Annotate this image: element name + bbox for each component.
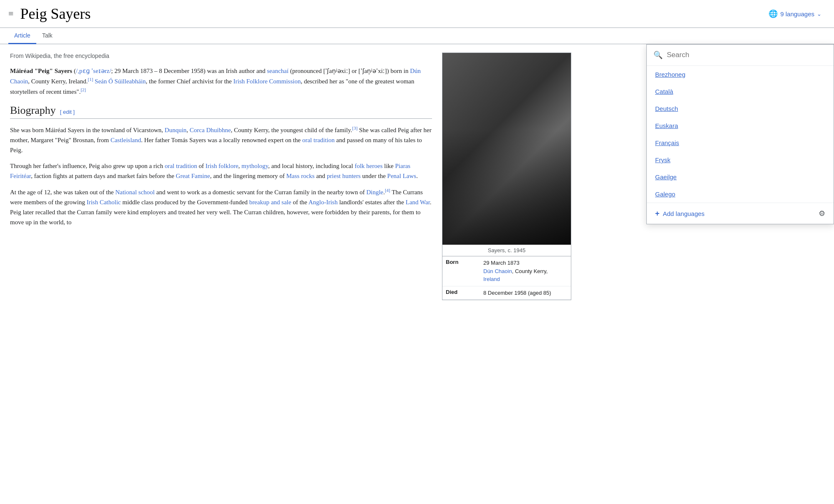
infobox-caption: Sayers, c. 1945 [442,245,571,256]
content-wrapper: From Wikipedia, the free encyclopedia Má… [0,44,834,300]
dingle-link[interactable]: Dingle [366,189,383,196]
add-languages-label: Add languages [663,210,705,217]
infobox: Sayers, c. 1945 Born 29 March 1873 Dún C… [442,53,571,300]
ref3-link[interactable]: [3] [352,125,357,130]
tab-talk[interactable]: Talk [36,28,58,44]
irish-catholic-link[interactable]: Irish Catholic [87,199,121,206]
anglo-irish-link[interactable]: Anglo-Irish [309,199,338,206]
lang-item-brezhoneg[interactable]: Brezhoneg [647,66,834,83]
infobox-died-row: Died 8 December 1958 (aged 85) [442,286,571,300]
corca-link[interactable]: Corca Dhuibhne [190,127,231,133]
irish-folklore-link[interactable]: Irish folklore [206,163,239,169]
language-list: Brezhoneg Català Deutsch Euskara Françai… [647,66,834,203]
biography-heading-text: Biography [10,104,56,117]
dun-chaoin-info-link[interactable]: Dún Chaoin [483,268,512,274]
lang-item-francais[interactable]: Français [647,134,834,151]
infobox-image [442,53,571,245]
ireland-info-link[interactable]: Ireland [483,276,500,282]
search-icon: 🔍 [653,50,663,60]
oral-tradition-link2[interactable]: oral tradition [165,163,197,169]
settings-icon[interactable]: ⚙ [819,209,825,218]
biography-paragraph-3: At the age of 12, she was taken out of t… [10,187,432,227]
mythology-link[interactable]: mythology [241,163,268,169]
language-button[interactable]: 🌐 9 languages ⌄ [764,7,826,21]
lang-item-catala[interactable]: Català [647,83,834,100]
dunquin-link[interactable]: Dunquin [165,127,187,133]
language-search-input[interactable] [667,51,827,59]
language-dropdown: 🔍 Brezhoneg Català Deutsch Euskara Franç… [646,44,834,224]
pronunciation-link[interactable]: /ˌpɛɡ ˈseɪərz/ [76,68,111,74]
folk-heroes-link[interactable]: folk heroes [354,163,382,169]
breakup-link[interactable]: breakup and sale [249,199,291,206]
lang-item-frysk[interactable]: Frysk [647,151,834,168]
national-school-link[interactable]: National school [115,189,155,196]
source-label: From Wikipedia, the free encyclopedia [10,53,432,59]
tabs: Article Talk [0,28,834,44]
ref1-link[interactable]: [1] [88,77,93,82]
hamburger-icon[interactable]: ≡ [8,8,13,19]
page-title: Peig Sayers [20,5,764,23]
land-war-link[interactable]: Land War [406,199,430,206]
search-box-wrapper: 🔍 [647,45,834,66]
mass-rocks-link[interactable]: Mass rocks [286,173,315,179]
add-languages-row: + Add languages ⚙ [647,203,834,224]
language-count-label: 9 languages [780,10,814,18]
header: ≡ Peig Sayers 🌐 9 languages ⌄ [0,0,834,28]
translate-icon: 🌐 [769,9,778,18]
lang-item-galego[interactable]: Galego [647,186,834,203]
infobox-died-value: 8 December 1958 (aged 85) [480,286,555,300]
infobox-born-label: Born [442,256,480,286]
article-content: From Wikipedia, the free encyclopedia Má… [0,44,442,300]
intro-paragraph: Máiréad "Peig" Sayers (/ˌpɛɡ ˈseɪərz/; 2… [10,66,432,97]
ifc-link[interactable]: Irish Folklore Commission [234,78,301,85]
lang-item-deutsch[interactable]: Deutsch [647,100,834,117]
infobox-born-row: Born 29 March 1873 Dún Chaoin, County Ke… [442,256,571,286]
biography-paragraph-2: Through her father's influence, Peig als… [10,161,432,181]
plus-icon: + [655,209,660,218]
ref2-link[interactable]: [2] [80,87,86,92]
oral-tradition-link1[interactable]: oral tradition [302,137,335,143]
castleisland-link[interactable]: Castleisland [111,137,141,143]
biography-edit-link[interactable]: [ edit ] [60,109,75,115]
infobox-died-label: Died [442,286,480,300]
sean-link[interactable]: Seán Ó Súilleabháin [95,78,146,85]
infobox-born-value: 29 March 1873 Dún Chaoin, County Kerry, … [480,256,551,286]
biography-paragraph-1: She was born Máiréad Sayers in the townl… [10,125,432,155]
ref4-link[interactable]: [4] [385,188,390,193]
lang-item-euskara[interactable]: Euskara [647,117,834,134]
biography-heading: Biography [ edit ] [10,104,432,119]
seanchai-link[interactable]: seanchaí [267,68,289,74]
add-languages-button[interactable]: + Add languages [655,209,705,218]
penal-laws-link[interactable]: Penal Laws [387,173,417,179]
tab-article[interactable]: Article [8,28,36,44]
chevron-down-icon: ⌄ [817,11,821,17]
lang-item-gaeilge[interactable]: Gaeilge [647,168,834,186]
great-famine-link[interactable]: Great Famine [176,173,210,179]
infobox-image-overlay [442,53,571,245]
priest-hunters-link[interactable]: priest hunters [327,173,361,179]
